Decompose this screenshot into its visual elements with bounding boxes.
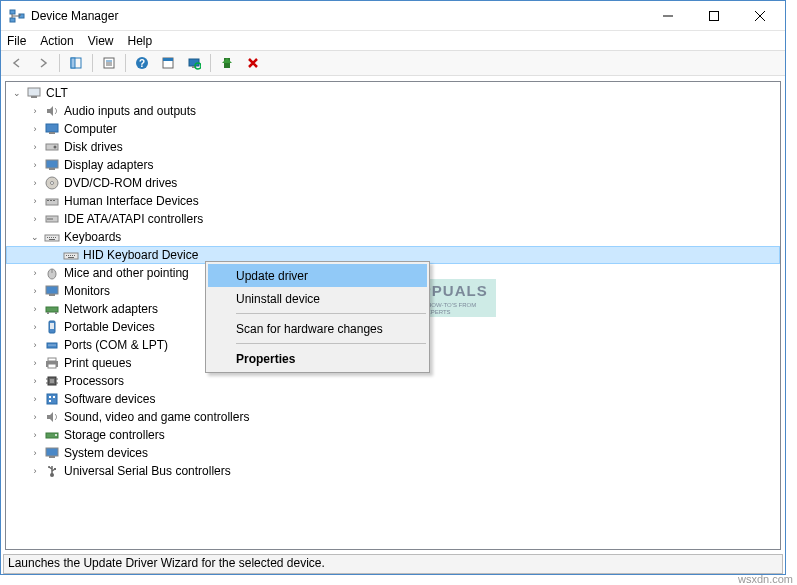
svg-rect-56 — [49, 294, 55, 296]
chevron-right-icon[interactable]: › — [28, 338, 42, 352]
tree-label: Audio inputs and outputs — [64, 104, 196, 118]
tree-item-dvd[interactable]: ›DVD/CD-ROM drives — [6, 174, 780, 192]
tree-item-ide[interactable]: ›IDE ATA/ATAPI controllers — [6, 210, 780, 228]
computer-icon — [44, 121, 60, 137]
tree-label: Sound, video and game controllers — [64, 410, 249, 424]
forward-button[interactable] — [31, 52, 55, 74]
chevron-right-icon[interactable]: › — [28, 212, 42, 226]
chevron-right-icon[interactable]: › — [28, 320, 42, 334]
minimize-button[interactable] — [645, 1, 691, 31]
svg-rect-34 — [53, 200, 55, 201]
tree-item-keyboards[interactable]: ⌄Keyboards — [6, 228, 780, 246]
svg-rect-21 — [28, 88, 40, 96]
svg-rect-71 — [50, 379, 54, 383]
tree-item-disk[interactable]: ›Disk drives — [6, 138, 780, 156]
back-button[interactable] — [5, 52, 29, 74]
tree-label: Software devices — [64, 392, 155, 406]
svg-rect-82 — [46, 448, 58, 456]
svg-rect-22 — [31, 96, 37, 98]
svg-rect-47 — [66, 255, 67, 256]
chevron-right-icon[interactable]: › — [28, 104, 42, 118]
menu-file[interactable]: File — [7, 34, 26, 48]
chevron-right-icon[interactable]: › — [28, 302, 42, 316]
titlebar[interactable]: Device Manager — [1, 1, 785, 31]
ide-icon — [44, 211, 60, 227]
chevron-right-icon[interactable]: › — [28, 410, 42, 424]
status-text: Launches the Update Driver Wizard for th… — [8, 556, 325, 570]
tree-label: Ports (COM & LPT) — [64, 338, 168, 352]
tree-label: Computer — [64, 122, 117, 136]
svg-rect-16 — [163, 58, 173, 61]
tree-item-hid[interactable]: ›Human Interface Devices — [6, 192, 780, 210]
tree-root[interactable]: ⌄ CLT — [6, 84, 780, 102]
device-manager-window: Device Manager File Action View Help ? ⌄… — [0, 0, 786, 575]
svg-rect-78 — [53, 396, 55, 398]
chevron-right-icon[interactable]: › — [28, 428, 42, 442]
chevron-right-icon[interactable]: › — [28, 140, 42, 154]
ctx-properties[interactable]: Properties — [208, 347, 427, 370]
maximize-button[interactable] — [691, 1, 737, 31]
chevron-right-icon[interactable]: › — [28, 194, 42, 208]
chevron-right-icon[interactable]: › — [28, 176, 42, 190]
chevron-right-icon[interactable]: › — [28, 284, 42, 298]
tree-label: Keyboards — [64, 230, 121, 244]
monitor-icon — [44, 283, 60, 299]
chevron-right-icon[interactable]: › — [28, 464, 42, 478]
ctx-update-driver[interactable]: Update driver — [208, 264, 427, 287]
svg-rect-28 — [49, 168, 55, 170]
svg-rect-79 — [49, 400, 51, 402]
close-button[interactable] — [737, 1, 783, 31]
chevron-down-icon[interactable]: ⌄ — [10, 86, 24, 100]
uninstall-button[interactable] — [241, 52, 265, 74]
svg-rect-33 — [50, 200, 52, 201]
svg-point-30 — [51, 182, 54, 185]
tree-item-software[interactable]: ›Software devices — [6, 390, 780, 408]
chevron-right-icon[interactable]: › — [28, 392, 42, 406]
hid-icon — [44, 193, 60, 209]
update-driver-button[interactable] — [215, 52, 239, 74]
tree-item-display[interactable]: ›Display adapters — [6, 156, 780, 174]
disk-icon — [44, 139, 60, 155]
ctx-scan[interactable]: Scan for hardware changes — [208, 317, 427, 340]
tree-item-processors[interactable]: ›Processors — [6, 372, 780, 390]
scan-hardware-button[interactable] — [182, 52, 206, 74]
tree-label: DVD/CD-ROM drives — [64, 176, 177, 190]
chevron-right-icon[interactable]: › — [28, 158, 42, 172]
svg-rect-67 — [48, 358, 56, 361]
separator — [236, 313, 426, 314]
computer-icon — [26, 85, 42, 101]
tree-label: HID Keyboard Device — [83, 248, 198, 262]
svg-text:?: ? — [139, 58, 145, 69]
tree-item-audio[interactable]: ›Audio inputs and outputs — [6, 102, 780, 120]
show-hide-tree-button[interactable] — [64, 52, 88, 74]
toolbar: ? — [1, 50, 785, 76]
chevron-right-icon[interactable]: › — [28, 356, 42, 370]
properties-button[interactable] — [97, 52, 121, 74]
tree-item-computer[interactable]: ›Computer — [6, 120, 780, 138]
menu-help[interactable]: Help — [128, 34, 153, 48]
help-button[interactable]: ? — [130, 52, 154, 74]
printer-icon — [44, 355, 60, 371]
menu-view[interactable]: View — [88, 34, 114, 48]
tree-label: CLT — [46, 86, 68, 100]
tree-label: Mice and other pointing — [64, 266, 189, 280]
properties-button-2[interactable] — [156, 52, 180, 74]
chevron-down-icon[interactable]: ⌄ — [28, 230, 42, 244]
svg-rect-42 — [51, 237, 52, 238]
svg-rect-8 — [71, 58, 75, 68]
chevron-right-icon[interactable]: › — [28, 266, 42, 280]
chevron-right-icon[interactable]: › — [28, 446, 42, 460]
tree-item-system[interactable]: ›System devices — [6, 444, 780, 462]
chevron-right-icon[interactable]: › — [28, 374, 42, 388]
menu-action[interactable]: Action — [40, 34, 73, 48]
tree-item-storage[interactable]: ›Storage controllers — [6, 426, 780, 444]
svg-rect-83 — [49, 456, 55, 458]
tree-item-sound[interactable]: ›Sound, video and game controllers — [6, 408, 780, 426]
tree-item-usb[interactable]: ›Universal Serial Bus controllers — [6, 462, 780, 480]
svg-rect-48 — [68, 255, 69, 256]
svg-rect-24 — [49, 132, 55, 134]
software-icon — [44, 391, 60, 407]
chevron-right-icon[interactable]: › — [28, 122, 42, 136]
svg-rect-87 — [54, 468, 56, 470]
ctx-uninstall[interactable]: Uninstall device — [208, 287, 427, 310]
